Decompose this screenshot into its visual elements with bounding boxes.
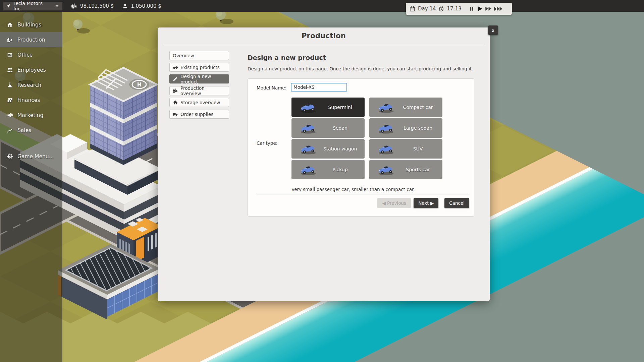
forklift-icon	[7, 37, 13, 43]
person-icon	[122, 3, 128, 9]
pencil-icon	[173, 76, 178, 81]
time-control-fastest-forward[interactable]	[493, 5, 503, 13]
page-title: Design a new product	[248, 54, 483, 61]
car-type-grid: Supermini Compact car Sedan Large sedan …	[291, 98, 442, 179]
play-icon	[476, 5, 483, 12]
car-type-suv[interactable]: SUV	[369, 139, 442, 159]
car-type-sports-car[interactable]: Sports car	[369, 160, 442, 179]
model-name-input[interactable]	[291, 83, 347, 92]
dialog-tab-list: Overview Existing products Design a new …	[169, 51, 229, 121]
sidebar-item-label: Research	[17, 82, 41, 88]
money-icon	[7, 97, 13, 103]
svg-text:H: H	[137, 82, 142, 88]
day-label: Day 14	[418, 6, 436, 12]
tab-label: Design a new product	[180, 74, 226, 84]
car-type-station-wagon[interactable]: Station wagon	[291, 139, 365, 159]
car-icon	[377, 122, 396, 134]
sidebar-item-research[interactable]: Research	[0, 77, 62, 93]
page-description: Design a new product on this page. Once …	[248, 66, 483, 71]
sidebar-item-label: Production	[17, 37, 45, 43]
car-icon	[299, 101, 318, 113]
fast-forward-icon	[485, 5, 492, 12]
sidebar-item-label: Marketing	[17, 112, 43, 118]
dialog-content: Design a new product Design a new produc…	[248, 45, 483, 71]
home-icon	[7, 22, 13, 27]
sidebar-item-sales[interactable]: Sales	[0, 123, 62, 138]
car-type-sedan[interactable]: Sedan	[291, 118, 365, 138]
fastest-forward-icon	[494, 5, 502, 13]
forklift-icon	[173, 88, 178, 93]
design-form-panel: Model Name: Car type: Supermini Compact …	[248, 78, 474, 217]
production-dialog: Production x Overview Existing products …	[158, 27, 490, 301]
cancel-button[interactable]: Cancel	[444, 198, 469, 208]
sidebar-item-label: Buildings	[17, 22, 41, 28]
sidebar-item-marketing[interactable]: Marketing	[0, 108, 62, 123]
tab-existing-products[interactable]: Existing products	[169, 63, 229, 72]
personal-funds-value: 1,050,000 $	[131, 3, 161, 9]
car-type-compact-car[interactable]: Compact car	[369, 98, 442, 117]
tab-overview[interactable]: Overview	[169, 51, 229, 60]
dropdown-caret-icon	[55, 5, 59, 7]
game-menu-button[interactable]: Game Menu...	[0, 149, 62, 164]
sidebar-item-employees[interactable]: Employees	[0, 62, 62, 77]
game-menu-label: Game Menu...	[17, 154, 54, 160]
tab-label: Order supplies	[180, 112, 213, 117]
sidebar-item-production[interactable]: Production	[0, 32, 62, 47]
tab-label: Storage overview	[180, 100, 220, 105]
time-label: 17:13	[447, 6, 461, 12]
sidebar-item-office[interactable]: Office	[0, 47, 62, 62]
car-icon	[299, 164, 318, 176]
time-control-play[interactable]	[475, 5, 484, 12]
car-type-supermini[interactable]: Supermini	[291, 98, 365, 117]
car-type-large-sedan[interactable]: Large sedan	[369, 118, 442, 138]
car-type-name: Supermini	[320, 105, 362, 110]
company-name: Tecla Motors Inc.	[13, 1, 52, 11]
car-type-name: Pickup	[320, 167, 362, 172]
car-type-name: Sedan	[320, 125, 362, 131]
company-funds-value: 98,192,500 $	[80, 3, 114, 9]
send-icon	[6, 4, 10, 8]
company-dropdown[interactable]: Tecla Motors Inc.	[3, 2, 62, 10]
dialog-title: Production	[163, 27, 484, 40]
car-icon	[173, 65, 178, 70]
car-type-description: Very small passenger car, smaller than a…	[291, 187, 415, 192]
pause-icon	[469, 6, 474, 11]
previous-button[interactable]: ◀ Previous	[377, 198, 411, 208]
personal-funds: 1,050,000 $	[122, 3, 161, 9]
tab-label: Overview	[173, 53, 194, 58]
close-button[interactable]: x	[488, 25, 498, 35]
car-icon	[377, 101, 396, 113]
gear-icon	[7, 154, 13, 159]
sidebar-item-label: Sales	[17, 127, 31, 133]
model-name-label: Model Name:	[257, 85, 286, 90]
tab-order-supplies[interactable]: Order supplies	[169, 110, 229, 119]
game-screen: H Buildings Production	[0, 0, 644, 362]
dialog-header: Production	[163, 27, 484, 45]
wizard-buttons: ◀ Previous Next ▶ Cancel	[377, 198, 469, 208]
sidebar-item-buildings[interactable]: Buildings	[0, 17, 62, 32]
people-icon	[7, 67, 13, 73]
tab-label: Production overview	[180, 85, 226, 96]
clock-icon	[438, 6, 444, 12]
tab-design-a-new-product[interactable]: Design a new product	[169, 74, 229, 83]
sidebar-item-finances[interactable]: Finances	[0, 93, 62, 108]
calendar-icon	[410, 6, 415, 12]
time-control-fast-forward[interactable]	[484, 5, 493, 12]
tab-production-overview[interactable]: Production overview	[169, 86, 229, 95]
next-button[interactable]: Next ▶	[414, 198, 438, 208]
flask-icon	[7, 82, 13, 88]
sidebar-item-label: Finances	[17, 97, 40, 103]
home-icon	[173, 100, 178, 105]
car-icon	[377, 143, 396, 155]
chart-icon	[7, 127, 13, 133]
forklift-icon	[71, 3, 77, 9]
tab-storage-overview[interactable]: Storage overview	[169, 98, 229, 107]
car-type-name: Station wagon	[320, 146, 362, 152]
car-type-name: Sports car	[398, 167, 440, 172]
car-type-pickup[interactable]: Pickup	[291, 160, 365, 179]
company-funds: 98,192,500 $	[71, 3, 114, 9]
time-control-pause[interactable]	[464, 6, 475, 11]
megaphone-icon	[7, 112, 13, 118]
divider	[257, 194, 469, 194]
tab-label: Existing products	[180, 65, 220, 70]
